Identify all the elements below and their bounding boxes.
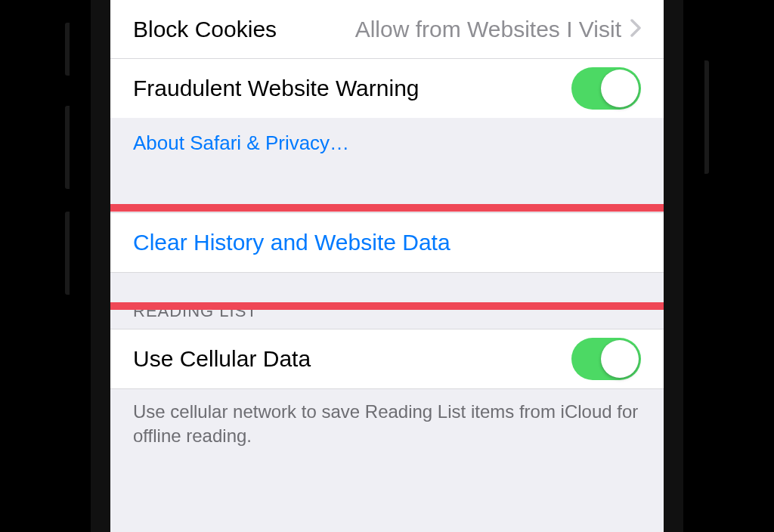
use-cellular-data-toggle[interactable] — [571, 338, 641, 380]
block-cookies-value: Allow from Websites I Visit — [277, 17, 626, 42]
reading-list-group: Use Cellular Data — [110, 329, 664, 388]
block-cookies-row[interactable]: Block Cookies Allow from Websites I Visi… — [110, 0, 664, 59]
volume-up — [65, 106, 70, 189]
fraudulent-warning-label: Fraudulent Website Warning — [133, 76, 420, 101]
reading-list-footer: Use cellular network to save Reading Lis… — [110, 388, 664, 472]
toggle-knob — [601, 340, 639, 378]
about-safari-privacy-label: About Safari & Privacy… — [133, 131, 349, 154]
clear-history-row[interactable]: Clear History and Website Data — [110, 213, 664, 272]
toggle-knob — [601, 70, 639, 107]
reading-list-header-label: READING LIST — [133, 302, 258, 320]
power-button — [704, 60, 709, 174]
chevron-right-icon — [626, 17, 641, 42]
reading-list-header: READING LIST — [110, 273, 664, 329]
phone-frame: Block Cookies Allow from Websites I Visi… — [70, 0, 704, 532]
volume-down — [65, 212, 70, 295]
use-cellular-data-label: Use Cellular Data — [133, 346, 311, 372]
reading-list-footer-text: Use cellular network to save Reading Lis… — [133, 401, 638, 446]
privacy-group: Block Cookies Allow from Websites I Visi… — [110, 0, 664, 118]
fraudulent-warning-row[interactable]: Fraudulent Website Warning — [110, 59, 664, 118]
fraudulent-warning-toggle[interactable] — [571, 67, 641, 110]
block-cookies-label: Block Cookies — [133, 17, 277, 42]
settings-screen: Block Cookies Allow from Websites I Visi… — [110, 0, 664, 532]
use-cellular-data-row[interactable]: Use Cellular Data — [110, 329, 664, 388]
clear-history-label: Clear History and Website Data — [133, 230, 450, 255]
about-safari-privacy-link[interactable]: About Safari & Privacy… — [110, 118, 664, 170]
mute-switch — [65, 23, 70, 76]
clear-data-group: Clear History and Website Data — [110, 212, 664, 273]
spacer — [110, 170, 664, 212]
